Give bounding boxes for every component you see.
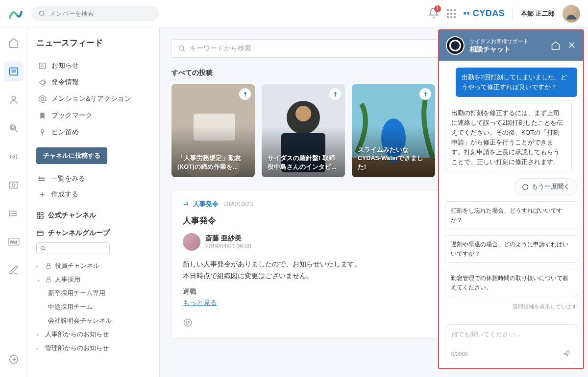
home-icon[interactable] bbox=[551, 41, 561, 50]
tree-midcareer[interactable]: 中途採用チーム bbox=[36, 300, 150, 314]
post-to-channel-button[interactable]: チャネルに投稿する bbox=[36, 147, 107, 164]
svg-point-51 bbox=[184, 319, 192, 327]
retry-button[interactable]: もう一度聞く bbox=[514, 178, 577, 195]
sidebar: ニュースフィード お知らせ 発令情報 メンション&リアクション ブックマーク ピ… bbox=[27, 27, 160, 377]
tree-hr-news[interactable]: ›人事部からのお知らせ bbox=[36, 328, 150, 341]
post-category[interactable]: 人事発令 bbox=[183, 200, 219, 209]
svg-rect-48 bbox=[335, 94, 335, 96]
user-avatar[interactable] bbox=[563, 5, 580, 23]
svg-rect-38 bbox=[37, 216, 40, 218]
svg-point-10 bbox=[13, 156, 15, 158]
sidebar-create[interactable]: 作成する bbox=[36, 187, 150, 202]
svg-rect-37 bbox=[41, 212, 43, 215]
rail-logout[interactable] bbox=[4, 350, 24, 369]
bot-avatar bbox=[446, 36, 465, 55]
sidebar-announce[interactable]: お知らせ bbox=[36, 57, 150, 74]
search-icon bbox=[38, 10, 46, 17]
tree-explain[interactable]: 会社説明会チャンネル bbox=[36, 314, 150, 328]
suggestion-1[interactable]: 打刻をし忘れた場合、どうすればいいですか？ bbox=[445, 201, 577, 229]
refresh-icon bbox=[522, 184, 529, 190]
close-icon[interactable] bbox=[567, 41, 576, 49]
pin-icon bbox=[239, 88, 251, 100]
apps-menu[interactable] bbox=[447, 9, 456, 18]
megaphone-icon bbox=[38, 78, 47, 87]
svg-line-44 bbox=[183, 50, 185, 51]
card-3[interactable]: スライムみたいなCYDAS-Waterできました! bbox=[352, 84, 435, 177]
post-date: 2020/10/23 bbox=[223, 201, 253, 208]
search-icon bbox=[178, 45, 186, 52]
svg-point-18 bbox=[9, 215, 10, 216]
chat-title: 相談チャット bbox=[469, 45, 529, 54]
rail-list[interactable] bbox=[4, 204, 24, 223]
pin-icon bbox=[419, 88, 431, 100]
rail-home[interactable] bbox=[4, 33, 24, 53]
sidebar-view-all[interactable]: 一覧をみる bbox=[36, 171, 150, 187]
svg-rect-3 bbox=[9, 68, 18, 75]
svg-point-17 bbox=[9, 213, 10, 214]
rail-broadcast[interactable] bbox=[4, 147, 24, 166]
plus-icon bbox=[38, 190, 46, 198]
notification-bell[interactable]: 1 bbox=[428, 7, 439, 20]
svg-rect-36 bbox=[37, 212, 40, 215]
rail-faq[interactable]: FAQ bbox=[4, 232, 24, 252]
brand-label: ▪▪ CYDAS bbox=[464, 8, 505, 19]
suggestion-3[interactable]: 勤怠管理での休憩時間の取り扱いについて教えてください。 bbox=[445, 269, 577, 297]
rail-edit[interactable] bbox=[4, 260, 24, 280]
svg-rect-39 bbox=[41, 216, 43, 218]
channel-search[interactable] bbox=[36, 242, 150, 254]
svg-point-25 bbox=[41, 97, 44, 100]
svg-point-47 bbox=[334, 92, 336, 94]
svg-rect-40 bbox=[37, 231, 43, 236]
svg-point-16 bbox=[9, 211, 10, 212]
current-user-name: 本郷 正二郎 bbox=[521, 9, 555, 18]
suggestion-hint: 質問候補を表示しています bbox=[513, 303, 577, 310]
show-more-link[interactable]: もっと見る bbox=[183, 299, 217, 306]
suggestion-2[interactable]: 遅刻や早退の場合、どのように申請すればいいですか？ bbox=[445, 235, 577, 263]
sidebar-mention[interactable]: メンション&リアクション bbox=[36, 91, 150, 107]
member-search[interactable]: メンバーを検索 bbox=[31, 6, 159, 21]
svg-point-7 bbox=[10, 125, 15, 130]
author-avatar[interactable] bbox=[183, 233, 200, 251]
news-icon bbox=[38, 62, 47, 70]
svg-point-33 bbox=[39, 180, 39, 181]
rail-photo[interactable] bbox=[4, 175, 24, 195]
lock-icon bbox=[45, 276, 52, 283]
svg-rect-41 bbox=[47, 265, 50, 268]
svg-point-43 bbox=[179, 46, 184, 50]
svg-point-26 bbox=[41, 129, 44, 132]
sidebar-bookmark[interactable]: ブックマーク bbox=[36, 107, 150, 124]
nav-rail: FAQ bbox=[0, 27, 27, 377]
tree-newgrad[interactable]: 新卒採用チーム専用 bbox=[36, 286, 150, 300]
rail-feed[interactable] bbox=[4, 62, 24, 81]
rail-profile[interactable] bbox=[4, 90, 24, 110]
svg-point-49 bbox=[424, 92, 426, 94]
chat-body: 出勤を2回打刻してしまいました。どうやって修正すれば良いですか？ 出勤の打刻を修… bbox=[439, 61, 583, 319]
chat-input[interactable] bbox=[451, 331, 571, 338]
card-2[interactable]: サイダスの羅針盤! 取締役中島さんのインタビ... bbox=[262, 84, 345, 177]
divider bbox=[513, 7, 513, 21]
reaction-button[interactable] bbox=[183, 318, 193, 330]
tree-hr-recruit[interactable]: ⌄人事採用 bbox=[36, 273, 150, 286]
svg-line-9 bbox=[15, 129, 17, 132]
app-header: メンバーを検索 1 ▪▪ CYDAS 本郷 正二郎 bbox=[0, 0, 588, 27]
svg-rect-46 bbox=[245, 94, 245, 96]
char-counter: 0/2000 bbox=[451, 351, 468, 357]
rail-search[interactable] bbox=[4, 118, 24, 138]
card-1[interactable]: 「人事労務規定」勤怠(KOT)の締め作業を... bbox=[172, 84, 255, 177]
tree-admin-news[interactable]: ›管理部からのお知らせ bbox=[36, 341, 150, 355]
app-logo bbox=[8, 6, 24, 22]
tree-officers[interactable]: ›役員チャンネル bbox=[36, 259, 150, 273]
lock-icon bbox=[45, 262, 52, 269]
svg-line-1 bbox=[43, 15, 45, 16]
sidebar-hatsurei[interactable]: 発令情報 bbox=[36, 74, 150, 91]
notification-count: 1 bbox=[434, 5, 441, 12]
person-icon bbox=[564, 7, 578, 21]
sidebar-pinned[interactable]: ピン留め bbox=[36, 124, 150, 141]
svg-text:FAQ: FAQ bbox=[10, 240, 17, 244]
grid-icon bbox=[36, 212, 44, 219]
svg-point-6 bbox=[12, 96, 15, 100]
pin-icon bbox=[329, 88, 341, 100]
send-button[interactable] bbox=[560, 348, 573, 361]
sidebar-title: ニュースフィード bbox=[36, 37, 150, 48]
chat-input-area: 0/2000 bbox=[439, 319, 583, 368]
